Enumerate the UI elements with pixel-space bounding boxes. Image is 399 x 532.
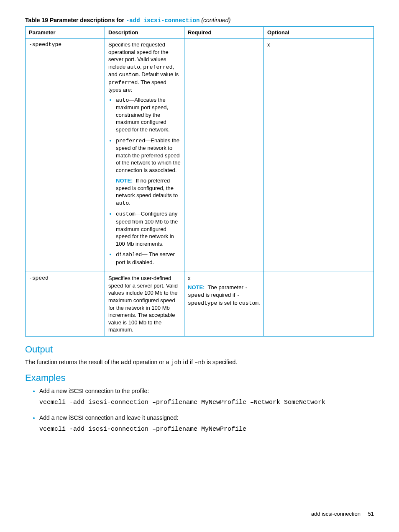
example-text: Add a new iSCSI connection and leave it …: [39, 414, 178, 421]
example-text: Add a new iSCSI connection to the profil…: [39, 388, 149, 394]
cell-optional: x: [264, 39, 374, 272]
note-block: NOTE: The parameter -speed is required i…: [188, 284, 260, 307]
page-number: 51: [368, 511, 374, 517]
list-item: disabled— The server port is disabled.: [116, 251, 181, 266]
note-label: NOTE:: [116, 177, 133, 184]
cell-param: -speed: [26, 272, 105, 336]
caption-code: -add iscsi-connection: [126, 17, 200, 24]
col-required: Required: [184, 27, 264, 39]
table-caption: Table 19 Parameter descriptions for -add…: [25, 17, 374, 24]
caption-suffix: (continued): [200, 17, 230, 23]
speed-types-list: auto—Allocates the maximum port speed, c…: [108, 96, 181, 266]
col-parameter: Parameter: [26, 27, 105, 39]
output-text: The function returns the result of the a…: [25, 358, 374, 367]
cell-param: -speedtype: [26, 39, 105, 272]
table-row: -speed Specifies the user-defined speed …: [26, 272, 374, 336]
cell-required: [184, 39, 264, 272]
cell-description: Specifies the requested operational spee…: [105, 39, 184, 272]
list-item: Add a new iSCSI connection to the profil…: [39, 387, 374, 408]
list-item: auto—Allocates the maximum port speed, c…: [116, 96, 181, 134]
footer-label: add iscsi-connection: [311, 511, 361, 517]
col-optional: Optional: [264, 27, 374, 39]
examples-heading: Examples: [25, 373, 374, 383]
note-block: NOTE: If no preferred speed is configure…: [116, 177, 181, 207]
parameter-table: Parameter Description Required Optional …: [25, 26, 374, 337]
note-label: NOTE:: [188, 284, 205, 290]
list-item: preferred—Enables the speed of the netwo…: [116, 137, 181, 207]
output-heading: Output: [25, 344, 374, 355]
cell-optional: [264, 272, 374, 336]
table-row: -speedtype Specifies the requested opera…: [26, 39, 374, 272]
examples-list: Add a new iSCSI connection to the profil…: [25, 387, 374, 434]
page-footer: add iscsi-connection 51: [311, 511, 374, 517]
caption-prefix: Table 19 Parameter descriptions for: [25, 17, 126, 23]
cell-required: x NOTE: The parameter -speed is required…: [184, 272, 264, 336]
code-block: vcemcli -add iscsi-connection –profilena…: [39, 425, 374, 434]
list-item: Add a new iSCSI connection and leave it …: [39, 414, 374, 434]
col-description: Description: [105, 27, 184, 39]
code-block: vcemcli -add iscsi-connection –profilena…: [39, 398, 374, 408]
cell-description: Specifies the user-defined speed for a s…: [105, 272, 184, 336]
table-header-row: Parameter Description Required Optional: [26, 27, 374, 39]
list-item: custom—Configures any speed from 100 Mb …: [116, 210, 181, 247]
